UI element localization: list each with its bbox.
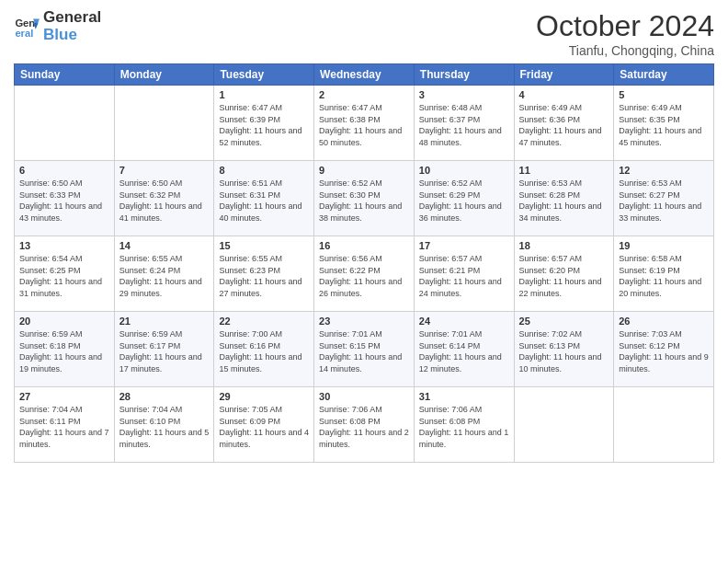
day-number: 10 [419, 165, 509, 176]
calendar-cell: 30Sunrise: 7:06 AM Sunset: 6:08 PM Dayli… [314, 387, 415, 463]
day-number: 28 [119, 391, 210, 402]
day-number: 5 [619, 89, 709, 100]
cell-content: Sunrise: 7:04 AM Sunset: 6:11 PM Dayligh… [19, 404, 109, 450]
logo-icon: Gen eral [14, 14, 40, 40]
day-number: 6 [19, 165, 109, 176]
calendar-cell: 16Sunrise: 6:56 AM Sunset: 6:22 PM Dayli… [314, 236, 415, 312]
week-row-1: 6Sunrise: 6:50 AM Sunset: 6:33 PM Daylig… [15, 161, 714, 236]
calendar-cell: 19Sunrise: 6:58 AM Sunset: 6:19 PM Dayli… [614, 236, 714, 312]
calendar-cell: 5Sunrise: 6:49 AM Sunset: 6:35 PM Daylig… [614, 86, 714, 161]
logo: Gen eral General Blue [14, 9, 101, 43]
day-number: 2 [319, 89, 409, 100]
svg-text:Gen: Gen [15, 17, 35, 29]
cell-content: Sunrise: 7:02 AM Sunset: 6:13 PM Dayligh… [519, 328, 609, 374]
cell-content: Sunrise: 6:58 AM Sunset: 6:19 PM Dayligh… [619, 253, 709, 299]
cell-content: Sunrise: 7:06 AM Sunset: 6:08 PM Dayligh… [319, 404, 409, 450]
calendar-cell [15, 86, 115, 161]
week-row-4: 27Sunrise: 7:04 AM Sunset: 6:11 PM Dayli… [15, 387, 714, 463]
calendar-cell: 9Sunrise: 6:52 AM Sunset: 6:30 PM Daylig… [314, 161, 415, 236]
cell-content: Sunrise: 6:59 AM Sunset: 6:18 PM Dayligh… [19, 328, 109, 374]
day-header-saturday: Saturday [614, 64, 714, 86]
week-row-2: 13Sunrise: 6:54 AM Sunset: 6:25 PM Dayli… [15, 236, 714, 312]
calendar-cell: 15Sunrise: 6:55 AM Sunset: 6:23 PM Dayli… [214, 236, 314, 312]
day-header-friday: Friday [514, 64, 614, 86]
day-number: 29 [219, 391, 309, 402]
cell-content: Sunrise: 7:00 AM Sunset: 6:16 PM Dayligh… [219, 328, 309, 374]
cell-content: Sunrise: 6:55 AM Sunset: 6:24 PM Dayligh… [119, 253, 210, 299]
calendar-cell: 28Sunrise: 7:04 AM Sunset: 6:10 PM Dayli… [114, 387, 214, 463]
day-header-sunday: Sunday [15, 64, 115, 86]
cell-content: Sunrise: 6:57 AM Sunset: 6:21 PM Dayligh… [419, 253, 509, 299]
month-title: October 2024 [536, 9, 714, 43]
svg-text:eral: eral [15, 28, 33, 39]
calendar-cell: 3Sunrise: 6:48 AM Sunset: 6:37 PM Daylig… [414, 86, 514, 161]
cell-content: Sunrise: 6:47 AM Sunset: 6:39 PM Dayligh… [219, 102, 309, 148]
calendar-cell: 6Sunrise: 6:50 AM Sunset: 6:33 PM Daylig… [15, 161, 115, 236]
calendar-cell: 1Sunrise: 6:47 AM Sunset: 6:39 PM Daylig… [214, 86, 314, 161]
cell-content: Sunrise: 6:49 AM Sunset: 6:35 PM Dayligh… [619, 102, 709, 148]
day-header-wednesday: Wednesday [314, 64, 415, 86]
cell-content: Sunrise: 6:52 AM Sunset: 6:30 PM Dayligh… [319, 178, 409, 224]
calendar-cell: 25Sunrise: 7:02 AM Sunset: 6:13 PM Dayli… [514, 312, 614, 387]
day-number: 27 [19, 391, 109, 402]
cell-content: Sunrise: 6:59 AM Sunset: 6:17 PM Dayligh… [119, 328, 210, 374]
calendar-cell: 2Sunrise: 6:47 AM Sunset: 6:38 PM Daylig… [314, 86, 415, 161]
day-number: 4 [519, 89, 609, 100]
day-header-thursday: Thursday [414, 64, 514, 86]
cell-content: Sunrise: 7:05 AM Sunset: 6:09 PM Dayligh… [219, 404, 309, 450]
cell-content: Sunrise: 6:54 AM Sunset: 6:25 PM Dayligh… [19, 253, 109, 299]
day-number: 11 [519, 165, 609, 176]
calendar-cell [514, 387, 614, 463]
day-number: 31 [419, 391, 509, 402]
day-number: 15 [219, 240, 309, 251]
day-number: 14 [119, 240, 210, 251]
cell-content: Sunrise: 6:57 AM Sunset: 6:20 PM Dayligh… [519, 253, 609, 299]
calendar-cell: 18Sunrise: 6:57 AM Sunset: 6:20 PM Dayli… [514, 236, 614, 312]
calendar-cell: 22Sunrise: 7:00 AM Sunset: 6:16 PM Dayli… [214, 312, 314, 387]
cell-content: Sunrise: 7:04 AM Sunset: 6:10 PM Dayligh… [119, 404, 210, 450]
day-number: 22 [219, 316, 309, 327]
calendar-cell: 12Sunrise: 6:53 AM Sunset: 6:27 PM Dayli… [614, 161, 714, 236]
calendar-cell: 13Sunrise: 6:54 AM Sunset: 6:25 PM Dayli… [15, 236, 115, 312]
location: Tianfu, Chongqing, China [536, 43, 714, 58]
cell-content: Sunrise: 6:48 AM Sunset: 6:37 PM Dayligh… [419, 102, 509, 148]
cell-content: Sunrise: 7:06 AM Sunset: 6:08 PM Dayligh… [419, 404, 509, 450]
day-number: 8 [219, 165, 309, 176]
logo-line2: Blue [43, 27, 101, 44]
calendar-cell: 26Sunrise: 7:03 AM Sunset: 6:12 PM Dayli… [614, 312, 714, 387]
calendar-cell: 14Sunrise: 6:55 AM Sunset: 6:24 PM Dayli… [114, 236, 214, 312]
calendar-page: Gen eral General Blue October 2024 Tianf… [0, 0, 728, 563]
week-row-0: 1Sunrise: 6:47 AM Sunset: 6:39 PM Daylig… [15, 86, 714, 161]
cell-content: Sunrise: 6:53 AM Sunset: 6:27 PM Dayligh… [619, 178, 709, 224]
day-number: 30 [319, 391, 409, 402]
day-number: 20 [19, 316, 109, 327]
day-number: 25 [519, 316, 609, 327]
calendar-cell: 4Sunrise: 6:49 AM Sunset: 6:36 PM Daylig… [514, 86, 614, 161]
week-row-3: 20Sunrise: 6:59 AM Sunset: 6:18 PM Dayli… [15, 312, 714, 387]
calendar-cell: 21Sunrise: 6:59 AM Sunset: 6:17 PM Dayli… [114, 312, 214, 387]
cell-content: Sunrise: 6:53 AM Sunset: 6:28 PM Dayligh… [519, 178, 609, 224]
calendar-cell: 23Sunrise: 7:01 AM Sunset: 6:15 PM Dayli… [314, 312, 415, 387]
calendar-cell: 20Sunrise: 6:59 AM Sunset: 6:18 PM Dayli… [15, 312, 115, 387]
header-row: SundayMondayTuesdayWednesdayThursdayFrid… [15, 64, 714, 86]
cell-content: Sunrise: 6:49 AM Sunset: 6:36 PM Dayligh… [519, 102, 609, 148]
cell-content: Sunrise: 6:56 AM Sunset: 6:22 PM Dayligh… [319, 253, 409, 299]
day-number: 12 [619, 165, 709, 176]
calendar-cell [114, 86, 214, 161]
day-number: 3 [419, 89, 509, 100]
day-number: 9 [319, 165, 409, 176]
cell-content: Sunrise: 7:03 AM Sunset: 6:12 PM Dayligh… [619, 328, 709, 374]
calendar-cell: 17Sunrise: 6:57 AM Sunset: 6:21 PM Dayli… [414, 236, 514, 312]
cell-content: Sunrise: 6:52 AM Sunset: 6:29 PM Dayligh… [419, 178, 509, 224]
cell-content: Sunrise: 6:51 AM Sunset: 6:31 PM Dayligh… [219, 178, 309, 224]
day-number: 13 [19, 240, 109, 251]
cell-content: Sunrise: 6:50 AM Sunset: 6:32 PM Dayligh… [119, 178, 210, 224]
day-number: 26 [619, 316, 709, 327]
day-number: 7 [119, 165, 210, 176]
calendar-table: SundayMondayTuesdayWednesdayThursdayFrid… [14, 63, 714, 463]
calendar-cell: 8Sunrise: 6:51 AM Sunset: 6:31 PM Daylig… [214, 161, 314, 236]
calendar-cell: 10Sunrise: 6:52 AM Sunset: 6:29 PM Dayli… [414, 161, 514, 236]
calendar-cell: 24Sunrise: 7:01 AM Sunset: 6:14 PM Dayli… [414, 312, 514, 387]
cell-content: Sunrise: 7:01 AM Sunset: 6:14 PM Dayligh… [419, 328, 509, 374]
day-header-monday: Monday [114, 64, 214, 86]
